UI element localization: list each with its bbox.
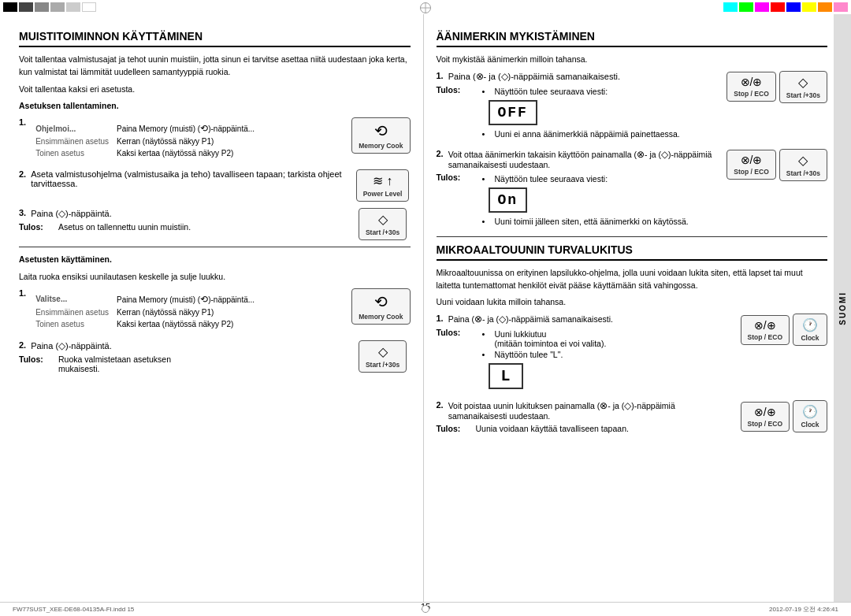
- sidebar: SUOMI: [834, 14, 851, 602]
- rs1-bullet4: • Uuni toimii jälleen siten, että äänime…: [482, 217, 689, 226]
- start-plus-button-1: ◇ Start /+30s: [779, 71, 827, 103]
- black-block: [3, 2, 17, 12]
- stop-eco-button-2: ⊗/⊕ Stop / ECO: [727, 150, 775, 180]
- rs1-step2-header: 2. Voit ottaa äänimerkin takaisin käyttö…: [437, 149, 719, 169]
- step5-button-area: ◇ Start /+30s: [355, 340, 411, 373]
- rs1-tulos1-row: Tulos: • Näyttöön tulee seuraava viesti:…: [437, 85, 719, 140]
- rs1-tulos1-label: Tulos:: [437, 85, 476, 95]
- rs1-step2-block: 2. Voit ottaa äänimerkin takaisin käyttö…: [437, 149, 828, 230]
- step3-block: 3. Paina (◇)-näppäintä. Tulos: Asetus on…: [19, 208, 411, 240]
- step4-text: 1. Valitse... Paina Memory (muisti) (⟲)-…: [19, 288, 344, 334]
- left-intro1: Voit tallentaa valmistusajat ja tehot uu…: [19, 54, 411, 79]
- l-display: L: [489, 363, 523, 389]
- lightgray-block: [50, 2, 65, 12]
- step4-button-area: ⟲ Memory Cook: [351, 288, 410, 325]
- step2-text: 2. Aseta valmistusohjelma (valmistusaika…: [19, 169, 347, 188]
- rs2-tulos2-label: Tulos:: [437, 424, 476, 433]
- memory-cook-label-1: Memory Cook: [359, 142, 403, 150]
- rs1-step2-button-area: ⊗/⊕ Stop / ECO ◇ Start /+30s: [727, 149, 827, 181]
- rs1-step1-header: 1. Paina (⊗- ja (◇)-näppäimiä samanaikai…: [437, 71, 719, 82]
- rs1-step1-button-area: ⊗/⊕ Stop / ECO ◇ Start /+30s: [727, 71, 827, 103]
- clock-icon-1: 🕐: [802, 317, 818, 332]
- rs1-step1-block: 1. Paina (⊗- ja (◇)-näppäimiä samanaikai…: [437, 71, 828, 143]
- on-display: On: [489, 187, 528, 213]
- step2-button-area: ≋ ↑ Power Level: [355, 169, 411, 202]
- step1-row2-value: Kaksi kertaa (näytössä näkyy P2): [113, 148, 258, 158]
- step1-num: 1.: [19, 117, 26, 127]
- stop-eco-icon-4: ⊗/⊕: [754, 406, 776, 418]
- start-button-1: ◇ Start /+30s: [359, 208, 407, 240]
- step3-content: Paina (◇)-näppäintä.: [31, 208, 112, 219]
- step4-row1-label: Ensimmäinen asetus: [32, 307, 112, 317]
- stop-eco-button-3: ⊗/⊕ Stop / ECO: [741, 315, 790, 345]
- rs1-tulos1-content: • Näyttöön tulee seuraava viesti: OFF • …: [476, 85, 680, 140]
- right-section2-title: MIKROAALTOUUNIN TURVALUKITUS: [437, 243, 828, 261]
- bw-color-blocks: [0, 0, 99, 14]
- tulos1-row: Tulos: Asetus on tallennettu uunin muist…: [19, 222, 347, 232]
- stop-eco-button-4: ⊗/⊕ Stop / ECO: [741, 402, 790, 432]
- step1-row1-value: Kerran (näytössä näkyy P1): [113, 136, 258, 147]
- color-blocks: [720, 0, 851, 14]
- step4-block: 1. Valitse... Paina Memory (muisti) (⟲)-…: [19, 288, 411, 334]
- step1-text: 1. Ohjelmoi... Paina Memory (muisti) (⟲)…: [19, 117, 344, 163]
- rs2-tulos1-label: Tulos:: [437, 328, 476, 337]
- step4-row1-value: Kerran (näytössä näkyy P1): [113, 307, 258, 317]
- usage-title: Asetusten käyttäminen.: [19, 254, 411, 266]
- step2-header: 2. Aseta valmistusohjelma (valmistusaika…: [19, 169, 347, 188]
- stop-eco-icon-1: ⊗/⊕: [741, 76, 763, 88]
- gray-block: [35, 2, 49, 12]
- step2-content: Aseta valmistusohjelma (valmistusaika ja…: [31, 169, 347, 188]
- clock-button-1: 🕐 Clock: [793, 314, 827, 346]
- rs2-step1-block: 1. Paina (⊗- ja (◇)-näppäimiä samanaikai…: [437, 314, 828, 394]
- rs2-step2-content: Voit poistaa uunin lukituksen painamalla…: [448, 400, 733, 421]
- left-section-title: MUISTITOIMINNON KÄYTTÄMINEN: [19, 30, 411, 47]
- page-wrapper: MUISTITOIMINNON KÄYTTÄMINEN Voit tallent…: [0, 14, 851, 602]
- step4-table: Valitse... Paina Memory (muisti) (⟲)-näp…: [31, 291, 259, 331]
- step4-row2-value: Kaksi kertaa (näytössä näkyy P2): [113, 319, 258, 329]
- step3-num: 3.: [19, 208, 26, 217]
- step3-header: 3. Paina (◇)-näppäintä.: [19, 208, 347, 219]
- clock-icon-2: 🕐: [802, 404, 818, 419]
- step1-row2-label: Toinen asetus: [32, 148, 112, 158]
- step3-button-area: ◇ Start /+30s: [355, 208, 411, 240]
- double-button-1: ⊗/⊕ Stop / ECO ◇ Start /+30s: [727, 71, 827, 103]
- orange-block: [818, 2, 832, 12]
- red-block: [771, 2, 785, 12]
- rs2-display1: L: [489, 361, 607, 391]
- start-label-1: Start /+30s: [366, 228, 399, 236]
- rs2-step2-text: 2. Voit poistaa uunin lukituksen painama…: [437, 400, 733, 436]
- rs2-step2-num: 2.: [437, 400, 444, 410]
- rs2-step2-button-area: ⊗/⊕ Stop / ECO 🕐 Clock: [741, 400, 827, 432]
- rs2-intro1: Mikroaaltouunissa on erityinen lapsilukk…: [437, 267, 828, 292]
- rs2-bullet1: • Uuni lukkiutuu (mitään toimintoa ei vo…: [482, 329, 607, 348]
- step4-row2-label: Toinen asetus: [32, 319, 112, 329]
- start-plus-button-2: ◇ Start /+30s: [779, 149, 827, 181]
- step5-content: Paina (◇)-näppäintä.: [31, 340, 112, 351]
- rs1-bullet2: • Uuni ei anna äänimerkkiä näppäimiä pai…: [482, 129, 680, 139]
- step5-text: 2. Paina (◇)-näppäintä. Tulos: Ruoka val…: [19, 340, 347, 376]
- memory-icon-1: ⟲: [374, 121, 388, 140]
- double-button-3: ⊗/⊕ Stop / ECO 🕐 Clock: [741, 314, 827, 346]
- stop-eco-label-1: Stop / ECO: [734, 90, 768, 98]
- stop-eco-label-4: Stop / ECO: [748, 420, 782, 428]
- start-icon-2: ◇: [378, 344, 388, 359]
- footer-right: 2012-07-19 오전 4:26:41: [769, 605, 838, 614]
- start-button-2: ◇ Start /+30s: [359, 340, 407, 373]
- rs2-tulos2-row: Tulos: Uunia voidaan käyttää tavalliseen…: [437, 424, 733, 433]
- stop-eco-button-1: ⊗/⊕ Stop / ECO: [727, 72, 775, 102]
- start-plus-label-2: Start /+30s: [786, 169, 820, 177]
- step5-block: 2. Paina (◇)-näppäintä. Tulos: Ruoka val…: [19, 340, 411, 376]
- rs2-step1-header: 1. Paina (⊗- ja (◇)-näppäimiä samanaikai…: [437, 314, 733, 325]
- left-intro3: Asetuksen tallentaminen.: [19, 100, 411, 113]
- off-display: OFF: [489, 100, 537, 125]
- memory-icon-2: ⟲: [374, 292, 388, 311]
- power-level-button: ≋ ↑ Power Level: [356, 169, 410, 202]
- rs1-bullet3: • Näyttöön tulee seuraava viesti:: [482, 174, 689, 184]
- rs1-step2-content: Voit ottaa äänimerkin takaisin käyttöön …: [448, 149, 719, 169]
- tulos2-label: Tulos:: [19, 354, 58, 364]
- double-button-4: ⊗/⊕ Stop / ECO 🕐 Clock: [741, 400, 827, 432]
- rs2-step1-num: 1.: [437, 314, 444, 323]
- memory-cook-label-2: Memory Cook: [359, 313, 403, 321]
- rs1-step1-num: 1.: [437, 71, 444, 80]
- rs2-step1-content: Paina (⊗- ja (◇)-näppäimiä samanaikaises…: [448, 314, 613, 325]
